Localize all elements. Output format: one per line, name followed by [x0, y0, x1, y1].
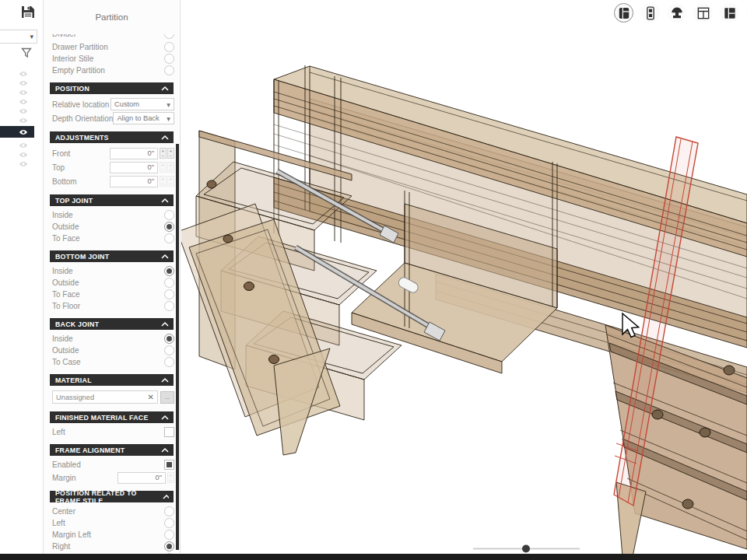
bottom-joint-to-face[interactable]: To Face — [44, 289, 180, 300]
finished-face-left-row[interactable]: Left — [44, 426, 180, 438]
panel-layout-button[interactable] — [720, 3, 739, 23]
chevron-up-icon — [163, 495, 169, 499]
checkbox[interactable] — [164, 427, 174, 437]
stile-margin-left[interactable]: Margin Left — [44, 529, 180, 541]
stepper-button[interactable]: +− — [167, 148, 174, 159]
chevron-up-icon — [161, 86, 169, 91]
front-adjustment-input[interactable]: 0" — [110, 148, 158, 159]
chevron-up-icon — [161, 378, 169, 383]
frame-alignment-enabled-row[interactable]: Enabled — [44, 459, 180, 471]
stile-right[interactable]: Right — [44, 541, 180, 552]
layer-visibility-toggle[interactable] — [0, 159, 34, 169]
radio-button[interactable] — [164, 210, 174, 220]
bottom-joint-outside[interactable]: Outside — [44, 277, 180, 289]
back-joint-to-case[interactable]: To Case — [44, 356, 180, 368]
drawer-bank-button[interactable] — [640, 3, 660, 23]
section-header-adjustments[interactable]: ADJUSTMENTS — [50, 131, 174, 143]
top-adjustment-input[interactable]: 0" — [110, 162, 158, 173]
stile-center[interactable]: Center — [44, 506, 180, 517]
radio-button[interactable] — [164, 278, 174, 288]
radio-button[interactable] — [164, 530, 174, 540]
section-header-material[interactable]: MATERIAL — [50, 374, 174, 386]
bottom-joint-to-floor[interactable]: To Floor — [44, 300, 180, 312]
back-joint-outside[interactable]: Outside — [44, 345, 180, 356]
top-joint-to-face[interactable]: To Face — [44, 233, 180, 244]
clear-icon[interactable]: ✕ — [148, 393, 154, 401]
material-row: Unassigned ✕ ... — [44, 389, 180, 405]
adjustment-top-row: Top 0" +− +− — [44, 160, 180, 174]
radio-button[interactable] — [164, 301, 174, 311]
radio-button[interactable] — [164, 289, 174, 299]
radio-button[interactable] — [164, 54, 174, 64]
option-row-drawer-partition[interactable]: Drawer Partition — [44, 41, 180, 53]
radio-button[interactable] — [164, 357, 174, 367]
stepper-button[interactable]: +− — [167, 176, 174, 187]
section-header-top-joint[interactable]: TOP JOINT — [50, 194, 174, 206]
material-browse-button[interactable]: ... — [160, 391, 174, 404]
adjustment-bottom-row: Bottom 0" +− +− — [44, 174, 180, 188]
stepper-button[interactable]: +− — [160, 162, 167, 173]
stepper-button[interactable]: +− — [167, 472, 174, 483]
top-joint-inside[interactable]: Inside — [44, 209, 180, 221]
caret-down-icon: ▾ — [167, 100, 170, 109]
option-row-empty-partition[interactable]: Empty Partition — [44, 65, 180, 76]
radio-button[interactable] — [164, 42, 174, 52]
option-row-interior-stile[interactable]: Interior Stile — [44, 53, 180, 65]
section-header-frame-alignment[interactable]: FRAME ALIGNMENT — [50, 444, 174, 456]
section-header-position-frame-stile[interactable]: POSITION RELATED TO FRAME STILE — [50, 491, 174, 502]
relative-location-select[interactable]: Custom▾ — [110, 98, 174, 110]
panel-scrollbar[interactable] — [176, 144, 179, 550]
save-button[interactable] — [20, 4, 36, 19]
checkbox-checked[interactable] — [164, 460, 174, 470]
viewport-3d[interactable] — [181, 0, 747, 554]
section-header-finished-material-face[interactable]: FINISHED MATERIAL FACE — [50, 411, 174, 423]
top-joint-outside[interactable]: Outside — [44, 221, 180, 233]
clipped-option-row: Divider — [44, 34, 180, 41]
depth-orientation-select[interactable]: Align to Back▾ — [113, 112, 174, 124]
frame-view-button[interactable] — [693, 3, 713, 23]
floppy-save-icon — [20, 4, 36, 19]
chevron-up-icon — [161, 322, 169, 327]
frame-alignment-margin-row: Margin 0" +− — [44, 471, 180, 485]
section-header-position[interactable]: POSITION — [50, 82, 174, 94]
caret-down-icon: ▾ — [167, 114, 170, 123]
bottom-adjustment-input[interactable]: 0" — [110, 176, 158, 187]
radio-button[interactable] — [164, 65, 174, 75]
section-header-bottom-joint[interactable]: BOTTOM JOINT — [50, 250, 174, 262]
radio-button-selected[interactable] — [164, 334, 174, 344]
radio-button-selected[interactable] — [164, 222, 174, 232]
back-joint-inside[interactable]: Inside — [44, 333, 180, 345]
radio-button-selected[interactable] — [164, 266, 174, 276]
layer-visibility-toggle-selected[interactable] — [0, 126, 34, 138]
layer-visibility-toggle[interactable] — [0, 115, 34, 125]
chevron-up-icon — [161, 198, 169, 203]
radio-button[interactable] — [164, 34, 174, 39]
margin-input[interactable]: 0" — [117, 472, 166, 484]
section-header-back-joint[interactable]: BACK JOINT — [50, 318, 174, 330]
stile-left[interactable]: Left — [44, 517, 180, 529]
radio-button[interactable] — [164, 345, 174, 355]
material-input[interactable]: Unassigned ✕ — [52, 390, 158, 404]
cabinet-3d-wireframe[interactable] — [181, 0, 747, 554]
option-label: Divider — [52, 34, 76, 38]
caret-down-icon: ▾ — [30, 33, 33, 40]
radio-button-selected[interactable] — [164, 541, 174, 551]
panel-layout-icon — [722, 5, 738, 21]
filter-funnel-icon[interactable] — [21, 47, 32, 61]
drawer-bank-icon — [643, 5, 658, 21]
stepper-button[interactable]: +− — [160, 176, 167, 187]
chevron-up-icon — [161, 254, 169, 259]
bottom-joint-inside[interactable]: Inside — [44, 265, 180, 277]
radio-button[interactable] — [164, 518, 174, 528]
bottom-bar — [0, 554, 747, 560]
view-toolbar — [614, 3, 747, 23]
cabinet-view-button[interactable] — [614, 3, 633, 23]
stepper-button[interactable]: +− — [160, 148, 167, 159]
zoom-slider-thumb[interactable] — [522, 545, 530, 553]
knob-hardware-button[interactable] — [667, 3, 686, 23]
radio-button[interactable] — [164, 506, 174, 516]
stepper-button[interactable]: +− — [167, 162, 174, 173]
rail-dropdown[interactable]: ▾ — [0, 30, 37, 44]
radio-button[interactable] — [164, 233, 174, 243]
viewport-zoom-slider[interactable] — [473, 545, 580, 553]
